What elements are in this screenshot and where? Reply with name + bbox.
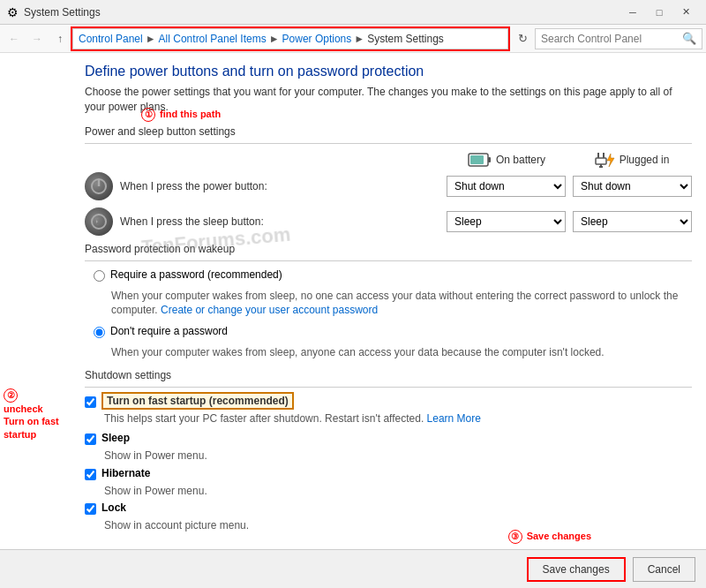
- learn-more-link[interactable]: Learn More: [427, 412, 481, 425]
- breadcrumb-sep-3: ►: [354, 33, 364, 45]
- fast-startup-label[interactable]: Turn on fast startup (recommended): [101, 395, 294, 407]
- lock-checkbox[interactable]: [85, 503, 96, 515]
- search-input[interactable]: [541, 33, 682, 45]
- require-password-desc: When your computer wakes from sleep, no …: [111, 289, 692, 319]
- fast-startup-item: Turn on fast startup (recommended): [85, 395, 692, 408]
- create-password-link[interactable]: Create or change your user account passw…: [161, 304, 378, 316]
- plugin-icon: [591, 151, 616, 169]
- refresh-button[interactable]: ↻: [512, 28, 533, 49]
- divider-2: [85, 260, 692, 261]
- title-bar-icon: ⚙: [7, 5, 19, 19]
- breadcrumb-sep-2: ►: [269, 33, 280, 45]
- maximize-button[interactable]: □: [646, 0, 672, 25]
- lock-label[interactable]: Lock: [101, 501, 126, 514]
- fast-startup-desc: This helps start your PC faster after sh…: [104, 411, 692, 426]
- title-bar-title: System Settings: [24, 6, 620, 19]
- minimize-button[interactable]: ─: [620, 0, 646, 25]
- power-table-header: On battery Plugged in: [85, 151, 692, 169]
- no-password-radio[interactable]: [94, 327, 105, 338]
- forward-button[interactable]: →: [26, 28, 48, 49]
- power-icon: [85, 172, 113, 200]
- breadcrumb-controlpanel[interactable]: Control Panel: [79, 33, 143, 45]
- left-annotation: ② uncheck Turn on fast startup: [4, 388, 65, 441]
- radio-group: Require a password (recommended) When yo…: [94, 268, 692, 360]
- sleep-desc: Show in Power menu.: [104, 449, 692, 464]
- shutdown-section-label: Shutdown settings: [85, 369, 692, 381]
- sleep-label[interactable]: Sleep: [101, 432, 130, 444]
- sleep-checkbox[interactable]: [85, 433, 96, 445]
- divider-1: [85, 143, 692, 144]
- svg-rect-2: [470, 155, 484, 164]
- breadcrumb-systemsettings: System Settings: [367, 33, 444, 45]
- back-button[interactable]: ←: [4, 28, 25, 49]
- no-password-desc: When your computer wakes from sleep, any…: [111, 345, 692, 360]
- breadcrumb-poweroptions[interactable]: Power Options: [282, 33, 352, 45]
- battery-label: On battery: [496, 154, 545, 166]
- find-path-annotation: ① find this path: [141, 108, 221, 122]
- sleep-item: Sleep: [85, 432, 692, 445]
- svg-rect-1: [488, 157, 491, 162]
- sleep-plugin-select[interactable]: Sleep Shut down Hibernate Do nothing: [573, 211, 692, 232]
- content-area: ① find this path Define power buttons an…: [71, 53, 706, 549]
- svg-rect-5: [596, 158, 606, 164]
- bottom-bar: Save changes Cancel: [0, 549, 706, 588]
- fast-startup-highlight: Turn on fast startup (recommended): [101, 392, 294, 410]
- search-box: 🔍: [535, 28, 702, 49]
- annotation2-text: uncheck Turn on fast startup: [4, 403, 59, 440]
- breadcrumb-bar: Control Panel ► All Control Panel Items …: [72, 28, 508, 49]
- close-button[interactable]: ✕: [672, 0, 699, 25]
- up-button[interactable]: ↑: [49, 28, 71, 49]
- search-icon: 🔍: [682, 32, 696, 45]
- title-bar: ⚙ System Settings ─ □ ✕: [0, 0, 706, 25]
- fast-startup-checkbox[interactable]: [85, 396, 96, 408]
- battery-icon: [468, 151, 492, 169]
- plugin-col-header: Plugged in: [568, 151, 692, 169]
- annotation3-text: Save changes: [527, 531, 591, 541]
- svg-marker-8: [607, 154, 614, 167]
- sleep-icon: [85, 207, 113, 236]
- require-password-label[interactable]: Require a password (recommended): [110, 268, 282, 281]
- annotation1-circle: ①: [141, 108, 155, 122]
- power-button-label: When I press the power button:: [120, 180, 267, 192]
- sleep-battery-select[interactable]: Sleep Shut down Hibernate Do nothing: [447, 211, 566, 232]
- power-battery-select[interactable]: Shut down Sleep Hibernate Do nothing: [447, 176, 566, 197]
- no-password-label[interactable]: Don't require a password: [110, 325, 228, 337]
- battery-col-header: On battery: [445, 151, 568, 169]
- annotation1-text: find this path: [160, 109, 221, 119]
- nav-bar: ← → ↑ Control Panel ► All Control Panel …: [0, 25, 706, 53]
- svg-point-11: [92, 215, 106, 229]
- cancel-button[interactable]: Cancel: [633, 557, 695, 582]
- no-password-item: Don't require a password: [94, 325, 692, 338]
- power-plugin-select[interactable]: Shut down Sleep Hibernate Do nothing: [573, 176, 692, 197]
- annotation3-circle: ③: [508, 530, 522, 544]
- page-title: Define power buttons and turn on passwor…: [85, 64, 692, 79]
- hibernate-desc: Show in Power menu.: [104, 484, 692, 499]
- hibernate-item: Hibernate: [85, 467, 692, 480]
- power-section-label: Power and sleep button settings: [85, 125, 692, 138]
- divider-3: [85, 387, 692, 388]
- save-annotation: ③ Save changes: [508, 530, 591, 544]
- password-section-label: Password protection on wakeup: [85, 243, 692, 255]
- lock-item: Lock: [85, 501, 692, 515]
- password-section: Password protection on wakeup Require a …: [85, 243, 692, 360]
- shutdown-section: Shutdown settings Turn on fast startup (…: [85, 369, 692, 533]
- breadcrumb-sep-1: ►: [146, 33, 156, 45]
- require-password-item: Require a password (recommended): [94, 268, 692, 282]
- plugin-label: Plugged in: [620, 154, 670, 166]
- hibernate-label[interactable]: Hibernate: [101, 467, 150, 479]
- sleep-button-row: When I press the sleep button: Sleep Shu…: [85, 207, 692, 236]
- sleep-button-label: When I press the sleep button:: [120, 215, 264, 228]
- power-button-row: When I press the power button: Shut down…: [85, 172, 692, 200]
- annotation2-circle: ②: [4, 388, 18, 403]
- hibernate-checkbox[interactable]: [85, 469, 96, 480]
- require-password-radio[interactable]: [94, 270, 105, 282]
- save-button[interactable]: Save changes: [527, 557, 626, 582]
- lock-desc: Show in account picture menu.: [104, 518, 692, 533]
- breadcrumb-allitems[interactable]: All Control Panel Items: [159, 33, 267, 45]
